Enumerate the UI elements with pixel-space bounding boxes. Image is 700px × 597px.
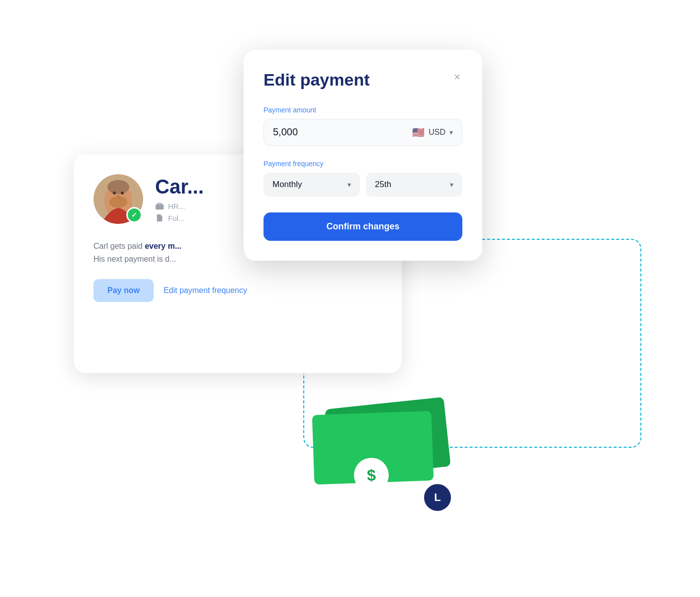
type-text: Ful...	[168, 214, 184, 222]
currency-text: USD	[429, 128, 445, 137]
money-illustration: $ L	[308, 398, 467, 507]
flag-icon: 🇺🇸	[412, 126, 425, 138]
modal-title: Edit payment	[263, 70, 369, 90]
body-text-2: His next payment is d...	[93, 255, 176, 263]
body-text-1: Carl gets paid	[93, 242, 143, 250]
card-info: Car... HR... Ful...	[155, 176, 204, 222]
edit-frequency-link[interactable]: Edit payment frequency	[164, 286, 247, 295]
day-value: 25th	[375, 180, 391, 190]
role-text: HR...	[168, 202, 185, 210]
frequency-dropdown[interactable]: Monthly ▾	[263, 173, 360, 197]
pay-now-button[interactable]: Pay now	[93, 279, 154, 302]
svg-point-8	[105, 192, 110, 199]
svg-point-9	[127, 192, 132, 199]
amount-field: 🇺🇸 USD ▾	[263, 119, 462, 146]
type-item: Ful...	[155, 213, 204, 222]
body-highlight: every m...	[145, 242, 181, 250]
avatar-wrapper	[93, 174, 143, 224]
day-dropdown[interactable]: 25th ▾	[366, 173, 462, 197]
dollar-circle: $	[353, 457, 389, 493]
document-icon	[155, 213, 164, 222]
confirm-changes-button[interactable]: Confirm changes	[263, 212, 462, 241]
frequency-chevron-icon: ▾	[348, 181, 351, 189]
payment-amount-label: Payment amount	[263, 106, 462, 114]
money-bill-front: $	[312, 411, 434, 485]
payment-frequency-label: Payment frequency	[263, 160, 462, 168]
frequency-row: Monthly ▾ 25th ▾	[263, 173, 462, 197]
frequency-value: Monthly	[272, 180, 302, 190]
day-chevron-icon: ▾	[450, 181, 453, 189]
clock-circle: L	[423, 483, 452, 512]
role-item: HR...	[155, 201, 204, 210]
svg-point-3	[107, 180, 129, 194]
employee-name: Car...	[155, 176, 204, 198]
dollar-sign: $	[366, 466, 376, 485]
modal-header: Edit payment ×	[263, 70, 462, 90]
svg-point-5	[113, 192, 116, 195]
chevron-down-icon: ▾	[449, 128, 453, 136]
svg-point-6	[121, 192, 124, 195]
verified-badge	[126, 207, 142, 223]
currency-selector[interactable]: 🇺🇸 USD ▾	[412, 126, 453, 138]
briefcase-icon	[155, 201, 164, 210]
amount-input[interactable]	[273, 126, 412, 138]
close-button[interactable]: ×	[452, 70, 462, 85]
svg-point-7	[117, 195, 120, 199]
edit-payment-modal: Edit payment × Payment amount 🇺🇸 USD ▾ P…	[244, 50, 482, 261]
card-actions: Pay now Edit payment frequency	[93, 279, 382, 302]
card-meta: HR... Ful...	[155, 201, 204, 222]
clock-label: L	[434, 491, 440, 504]
